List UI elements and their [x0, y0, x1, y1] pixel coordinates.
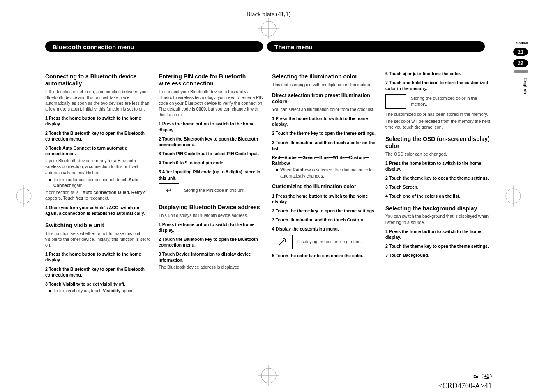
bullet: To turn visibility on, touch Visibility … [49, 288, 151, 293]
step: 3 Touch Device Information to display de… [159, 251, 265, 263]
step: 1 Press the home button to switch to the… [385, 160, 491, 172]
icon-caption: Storing the PIN code in this unit. [184, 188, 254, 194]
step: 3 Touch Screen. [385, 184, 491, 190]
step: 2 Touch the Bluetooth key to open the Bl… [159, 236, 265, 248]
step: 2 Touch the Bluetooth key to open the Bl… [45, 130, 151, 142]
crop-mark-icon [501, 184, 525, 208]
subheading: Customizing the illumination color [272, 184, 378, 190]
step: 1 Press the home button to switch to the… [385, 228, 491, 240]
step: 1 Press the home button to switch to the… [45, 115, 151, 127]
step: 2 Touch the Bluetooth key to open the Bl… [159, 136, 265, 148]
step: 3 Touch Visibility to select visibility … [45, 281, 151, 287]
paragraph: You can select an illumination color fro… [272, 106, 378, 112]
paragraph: The OSD color can be changed. [385, 151, 491, 157]
paragraph: This unit is equipped with multiple-colo… [272, 82, 378, 88]
section-tab-22: 22 [513, 59, 528, 67]
crop-mark-icon [256, 363, 281, 388]
step: 3 Touch Background. [385, 252, 491, 258]
step: 1 Press the home button to switch to the… [45, 251, 151, 263]
paragraph: This unit displays its Bluetooth device … [159, 212, 265, 218]
step: 4 Touch 0 to 9 to input pin code. [159, 160, 265, 166]
icon-caption: Displaying the customizing menu. [297, 239, 367, 245]
heading: Selecting the illumination color [272, 73, 378, 80]
step: 3 Touch Illumination and then touch Cust… [272, 217, 378, 223]
heading: Selecting the OSD (on-screen display) co… [385, 136, 491, 150]
paragraph: You can switch the background that is di… [385, 213, 491, 225]
subheading: Direct selection from preset illuminatio… [272, 92, 378, 105]
paragraph: The Bluetooth device address is displaye… [159, 264, 265, 270]
color-chain: Red—Amber—Green—Blue—White—Custom—Rainbo… [272, 154, 378, 166]
paragraph: If connection fails, "Auto connection fa… [45, 189, 151, 201]
step: 1 Press the home button to switch to the… [272, 115, 378, 127]
step: 3 Touch PIN Code Input to select PIN Cod… [159, 151, 265, 157]
icon-caption: Storing the customized color in the memo… [411, 96, 481, 107]
paragraph: If your Bluetooth device is ready for a … [45, 158, 151, 175]
column-4: 6 Touch ◀ or ▶ to fine-tune the color. 7… [385, 67, 491, 294]
side-tabs: Section 21 22 English [514, 41, 528, 94]
paragraph: The set color will be recalled from the … [385, 118, 491, 130]
column-2: Entering PIN code for Bluetooth wireless… [159, 67, 265, 294]
step: 4 Display the customizing menu. [272, 226, 378, 232]
enter-icon: ↵ [159, 183, 179, 198]
heading: Entering PIN code for Bluetooth wireless… [159, 73, 265, 87]
step: 2 Touch the theme key to open the theme … [385, 175, 491, 181]
step: 3 Touch Auto Connect to turn automatic c… [45, 145, 151, 157]
step: 2 Touch the theme key to open the theme … [272, 208, 378, 214]
column-3: Selecting the illumination color This un… [272, 67, 378, 294]
wrench-icon [272, 235, 293, 249]
language-label: English [523, 78, 528, 94]
header-left: Bluetooth connection menu [45, 41, 263, 52]
step: 6 Touch ◀ or ▶ to fine-tune the color. [385, 71, 491, 76]
heading: Displaying Bluetooth Device address [159, 204, 265, 211]
step: 1 Press the home button to switch to the… [159, 221, 265, 233]
step: 4 Touch one of the colors on the list. [385, 193, 491, 199]
step: 1 Press the home button to switch to the… [272, 193, 378, 205]
heading: Selecting the background display [385, 205, 491, 212]
section-label: Section [516, 41, 528, 45]
memory-icon [385, 94, 406, 109]
footer: En 41 [473, 374, 492, 379]
step: 1 Press the home button to switch to the… [159, 121, 265, 132]
step: 3 Touch Illumination and then touch a co… [272, 140, 378, 151]
document-id: <CRD4760-A>41 [438, 382, 492, 390]
bullet: When Rainbow is selected, the illuminati… [276, 167, 378, 178]
page-number: 41 [482, 374, 492, 379]
paragraph: To connect your Bluetooth device to this… [159, 89, 265, 118]
step: 7 Touch and hold the icon to store the c… [385, 80, 491, 91]
heading: Switching visible unit [45, 222, 151, 229]
footer-lang: En [473, 374, 478, 378]
column-1: Connecting to a Bluetooth device automat… [45, 67, 151, 294]
bullet: To turn automatic connection off, touch … [49, 177, 151, 188]
step: 5 After inputting PIN code (up to 8 digi… [159, 169, 265, 180]
heading: Connecting to a Bluetooth device automat… [45, 73, 151, 87]
paragraph: This function sets whether or not to mak… [45, 231, 151, 248]
section-tab-21: 21 [513, 48, 528, 56]
crop-mark-icon [12, 184, 36, 208]
step: 2 Touch the theme key to open the theme … [272, 130, 378, 136]
step: 4 Once you turn your vehicle's ACC switc… [45, 205, 151, 216]
step: 5 Touch the color bar to customize the c… [272, 253, 378, 258]
crop-mark-icon [256, 16, 281, 41]
step: 2 Touch the Bluetooth key to open the Bl… [45, 266, 151, 278]
paragraph: If this function is set to on, a connect… [45, 89, 151, 112]
header-right: Theme menu [267, 41, 485, 52]
step: 2 Touch the theme key to open the theme … [385, 243, 491, 249]
paragraph: The customized color has been stored in … [385, 111, 491, 117]
lang-bar-icon [514, 70, 528, 73]
